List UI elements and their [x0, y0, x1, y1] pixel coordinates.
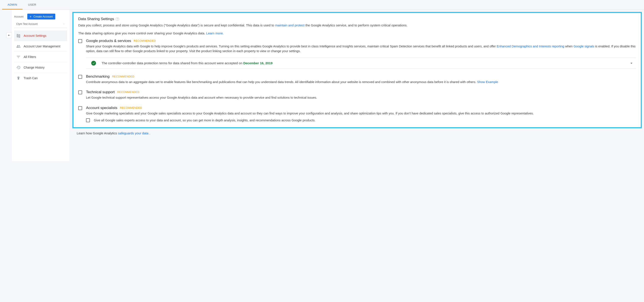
help-icon[interactable]: ? [116, 17, 119, 21]
people-icon [16, 44, 20, 48]
sub-setting-sales-experts: Give all Google sales experts access to … [86, 118, 636, 123]
create-account-button[interactable]: Create Account [27, 14, 55, 19]
tab-user[interactable]: USER [22, 0, 42, 9]
back-arrow-icon [8, 34, 10, 37]
setting-google-products: Google products & services RECOMMENDED S… [78, 39, 636, 69]
sidebar-item-label: Account User Management [24, 45, 60, 48]
account-selector[interactable]: Clym Test Account [14, 21, 67, 28]
account-label: Account [14, 15, 24, 18]
account-name: Clym Test Account [16, 22, 38, 25]
sidebar-item-account-settings[interactable]: Account Settings [14, 30, 67, 41]
recommended-badge: RECOMMENDED [117, 91, 139, 94]
building-icon [16, 33, 20, 38]
checkbox-benchmarking[interactable] [78, 75, 82, 79]
panel-title: Data Sharing Settings [78, 17, 114, 21]
intro-text-1: Data you collect, process and store usin… [78, 23, 636, 28]
setting1-desc-b: when [564, 45, 574, 48]
sidebar-item-all-filters[interactable]: All Filters [14, 52, 67, 62]
back-button[interactable] [6, 32, 12, 38]
sidebar-item-label: Account Settings [24, 34, 46, 37]
footer-text: Learn how Google Analytics safeguards yo… [72, 128, 642, 139]
maintain-protect-link[interactable]: maintain and protect [275, 23, 304, 27]
sidebar-item-label: All Filters [24, 55, 36, 59]
setting2-desc-a: Contribute anonymous data to an aggregat… [86, 80, 477, 84]
setting-title: Google products & services [86, 39, 131, 43]
setting1-desc-a: Share your Google Analytics data with Go… [86, 45, 497, 48]
safeguards-link[interactable]: safeguards your data [118, 131, 148, 135]
learn-more-link[interactable]: Learn more. [206, 31, 224, 35]
recommended-badge: RECOMMENDED [112, 75, 134, 78]
check-circle-icon [91, 61, 96, 66]
checkbox-account-specialists[interactable] [78, 106, 82, 110]
sidebar-item-label: Change History [24, 66, 45, 69]
intro-text-2a: The data sharing options give you more c… [78, 31, 206, 35]
back-column [0, 10, 12, 161]
setting-title: Benchmarking [86, 74, 110, 79]
sidebar: Account Create Account Clym Test Account… [12, 10, 69, 161]
caret-down-icon [63, 23, 65, 25]
checkbox-google-products[interactable] [78, 39, 82, 43]
footer-text-a: Learn how Google Analytics [77, 131, 118, 135]
terms-text-a: The controller-controller data protectio… [102, 61, 243, 65]
data-protection-terms-row[interactable]: The controller-controller data protectio… [86, 58, 636, 69]
setting-desc: Let Google technical support representat… [86, 95, 636, 100]
setting-desc: Share your Google Analytics data with Go… [86, 44, 636, 54]
enhanced-demographics-link[interactable]: Enhanced Demographics and Interests repo… [497, 45, 564, 48]
intro-text-1b: the Google Analytics service, and to per… [304, 23, 408, 27]
show-example-link[interactable]: Show Example [477, 80, 498, 84]
data-sharing-panel: Data Sharing Settings ? Data you collect… [72, 12, 642, 128]
tab-admin[interactable]: ADMIN [2, 0, 22, 9]
setting-technical-support: Technical support RECOMMENDED Let Google… [78, 90, 636, 100]
setting-desc: Contribute anonymous data to an aggregat… [86, 80, 636, 84]
recommended-badge: RECOMMENDED [120, 106, 142, 110]
trash-icon [16, 76, 20, 80]
setting-account-specialists: Account specialists RECOMMENDED Give Goo… [78, 106, 636, 123]
chevron-down-icon [629, 61, 634, 66]
footer-text-b: . [148, 131, 150, 135]
intro-text-2: The data sharing options give you more c… [78, 31, 636, 36]
terms-date: December 16, 2019 [243, 61, 272, 65]
plus-icon [29, 15, 32, 18]
setting-title: Technical support [86, 90, 115, 94]
history-icon [16, 65, 20, 70]
checkbox-technical-support[interactable] [78, 90, 82, 94]
sub-setting-desc: Give all Google sales experts access to … [94, 118, 316, 123]
setting-benchmarking: Benchmarking RECOMMENDED Contribute anon… [78, 74, 636, 84]
create-account-label: Create Account [33, 15, 53, 18]
setting-desc: Give Google marketing specialists and yo… [86, 111, 636, 116]
sidebar-item-trash-can[interactable]: Trash Can [14, 73, 67, 83]
intro-text-1a: Data you collect, process and store usin… [78, 23, 275, 27]
sidebar-item-user-management[interactable]: Account User Management [14, 41, 67, 52]
recommended-badge: RECOMMENDED [134, 39, 156, 42]
sidebar-item-label: Trash Can [24, 76, 38, 80]
sidebar-item-change-history[interactable]: Change History [14, 62, 67, 73]
google-signals-link[interactable]: Google signals [574, 45, 594, 48]
top-tabs: ADMIN USER [0, 0, 644, 10]
terms-text: The controller-controller data protectio… [102, 61, 624, 65]
setting-title: Account specialists [86, 106, 118, 110]
checkbox-sales-experts[interactable] [86, 118, 90, 122]
filter-icon [16, 55, 20, 59]
